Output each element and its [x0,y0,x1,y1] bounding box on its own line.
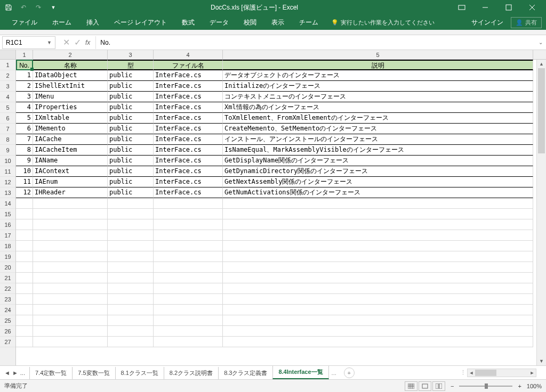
cell[interactable] [16,305,33,315]
sheet-tab[interactable]: 8.1クラス一覧 [115,367,164,379]
hscroll-grip-icon[interactable]: ⋮ [460,369,466,376]
cell[interactable] [33,305,108,315]
row-header[interactable]: 21 [0,273,15,283]
cell[interactable]: public [108,156,154,166]
cell[interactable] [108,283,154,294]
row-header[interactable]: 25 [0,315,15,326]
ribbon-tab[interactable]: ホーム [45,15,79,30]
cell[interactable]: public [108,145,154,156]
cell[interactable]: ファイル名 [154,60,223,70]
col-header[interactable]: 3 [108,50,154,59]
zoom-in-icon[interactable]: + [518,383,521,389]
signin-link[interactable]: サインイン [471,18,503,27]
cell[interactable]: 3 [16,92,33,102]
cell[interactable]: 6 [16,124,33,134]
cell[interactable] [33,283,108,294]
row-header[interactable]: 10 [0,156,15,166]
cell[interactable]: 説明 [223,60,533,70]
cell[interactable] [33,198,108,209]
cell[interactable] [16,251,33,262]
sheet-tab[interactable]: 8.4Interface一覧 [272,366,328,379]
cell[interactable] [16,315,33,326]
cell[interactable]: IXmltable [33,113,108,124]
cell[interactable]: 12 [16,187,33,198]
cell[interactable]: IMenu [33,92,108,102]
cell[interactable] [108,315,154,326]
cell[interactable]: インストール、アンインストールのインターフェース [223,134,533,145]
cell[interactable] [154,262,223,273]
cell[interactable]: InterFace.cs [154,92,223,102]
cell[interactable] [223,294,533,305]
cell[interactable]: public [108,102,154,113]
file-tab[interactable]: ファイル [4,15,45,30]
qa-dropdown-icon[interactable]: ▼ [49,3,58,12]
scroll-thumb[interactable] [538,68,545,153]
cell[interactable]: コンテキストメニューのインターフェース [223,92,533,102]
cell[interactable]: 4 [16,102,33,113]
cells[interactable]: No.名称型ファイル名説明1IDataObjectpublicInterFace… [16,60,546,365]
cell[interactable]: IAName [33,156,108,166]
cell[interactable] [223,337,533,347]
col-header[interactable]: 5 [223,50,533,59]
cell[interactable]: public [108,187,154,198]
formula-input[interactable]: No. [96,36,535,49]
cell[interactable]: IsNameEqual、MarkAssemblyVisibleのインターフェース [223,145,533,156]
ribbon-tab[interactable]: 表示 [264,15,292,30]
row-header[interactable]: 7 [0,124,15,134]
cell[interactable] [33,337,108,347]
cell[interactable] [223,241,533,251]
cell[interactable]: public [108,81,154,92]
cell[interactable] [154,326,223,337]
cell[interactable] [16,273,33,283]
cell[interactable]: 10 [16,166,33,177]
cell[interactable] [33,315,108,326]
cell[interactable] [33,273,108,283]
cell[interactable] [33,209,108,219]
cell[interactable] [16,198,33,209]
cell[interactable] [33,230,108,241]
cell[interactable] [223,315,533,326]
cell[interactable] [223,262,533,273]
sheet-first-icon[interactable]: ◄ [4,370,10,376]
cell[interactable] [154,283,223,294]
cell[interactable] [108,273,154,283]
cell[interactable] [154,209,223,219]
cell[interactable] [16,209,33,219]
row-header[interactable]: 27 [0,337,15,347]
cell[interactable] [33,219,108,230]
cell[interactable] [223,283,533,294]
cell[interactable]: InterFace.cs [154,166,223,177]
cell[interactable] [154,315,223,326]
cell[interactable] [16,326,33,337]
sheet-more-right-icon[interactable]: ... [328,370,340,376]
cell[interactable] [108,198,154,209]
ribbon-tab[interactable]: ページ レイアウト [107,15,174,30]
cell[interactable]: InterFace.cs [154,81,223,92]
cell[interactable]: IACache [33,134,108,145]
scroll-up-icon[interactable]: ▲ [537,60,546,68]
cell[interactable]: GetDynamicDirectory関係のインターフェース [223,166,533,177]
zoom-out-icon[interactable]: − [451,383,454,389]
cell[interactable] [16,241,33,251]
cell[interactable]: InterFace.cs [154,124,223,134]
cell[interactable] [16,230,33,241]
row-header[interactable]: 13 [0,187,15,198]
cell[interactable]: InterFace.cs [154,145,223,156]
maximize-icon[interactable] [498,0,519,15]
row-header[interactable]: 5 [0,102,15,113]
row-header[interactable]: 20 [0,262,15,273]
cell[interactable]: IProperties [33,102,108,113]
row-header[interactable]: 23 [0,294,15,305]
cell[interactable] [154,294,223,305]
row-header[interactable]: 17 [0,230,15,241]
cell[interactable]: No. [16,60,33,70]
cell[interactable] [108,209,154,219]
zoom-level[interactable]: 100% [527,383,542,389]
cell[interactable]: CreateMemento、SetMementoのインターフェース [223,124,533,134]
cell[interactable]: IMemento [33,124,108,134]
share-button[interactable]: 👤 共有 [511,17,542,28]
cell[interactable] [223,305,533,315]
cell[interactable]: GetNextAssembly関係のインターフェース [223,177,533,187]
col-header[interactable]: 1 [16,50,33,59]
cell[interactable] [16,337,33,347]
